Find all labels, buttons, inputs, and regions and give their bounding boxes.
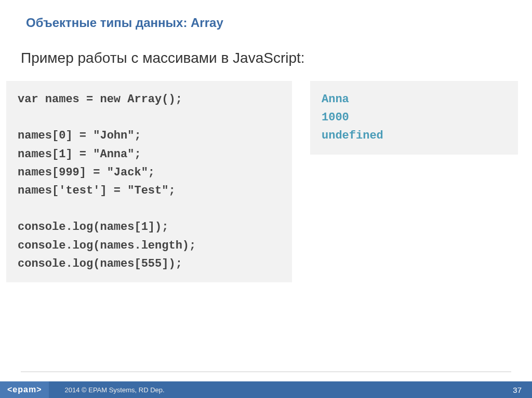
- epam-logo: <epam>: [0, 381, 49, 398]
- footer: <epam> 2014 © EPAM Systems, RD Dep. 37: [0, 381, 532, 398]
- code-block: var names = new Array(); names[0] = "Joh…: [6, 81, 292, 282]
- footer-copyright: 2014 © EPAM Systems, RD Dep.: [64, 386, 164, 394]
- output-block: Anna 1000 undefined: [310, 81, 518, 155]
- separator-line: [21, 372, 511, 372]
- page-number: 37: [513, 386, 522, 394]
- slide-subtitle: Пример работы с массивами в JavaScript:: [21, 50, 305, 66]
- slide-container: Объектные типы данных: Array Пример рабо…: [0, 0, 532, 398]
- slide-title: Объектные типы данных: Array: [26, 16, 223, 30]
